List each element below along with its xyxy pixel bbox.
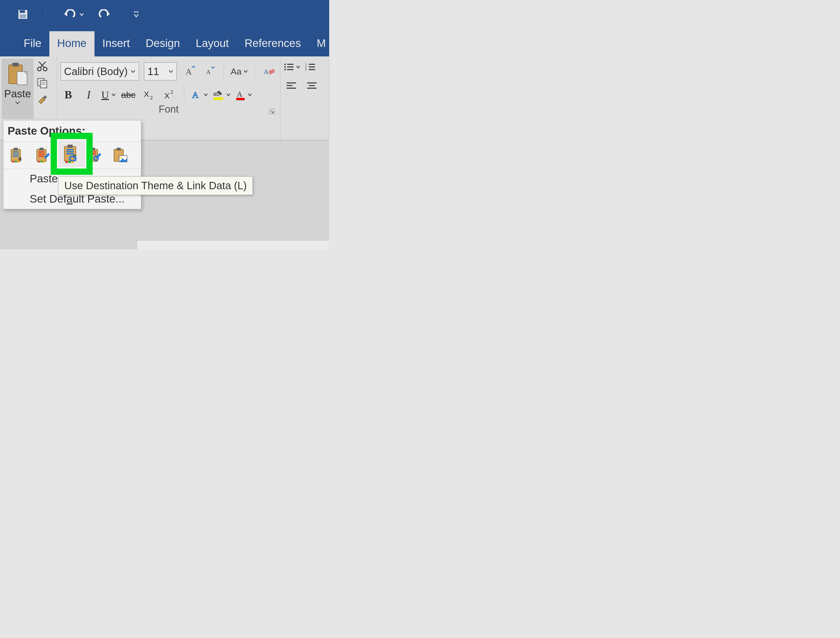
font-color-button[interactable]: A	[235, 89, 252, 101]
svg-rect-44	[287, 85, 292, 86]
bold-button[interactable]: B	[60, 87, 76, 103]
underline-icon: U	[101, 89, 109, 101]
svg-rect-64	[40, 161, 43, 163]
highlight-color-button[interactable]: ab	[213, 89, 231, 101]
document-page[interactable]	[136, 240, 329, 250]
svg-rect-57	[17, 161, 19, 163]
paste-as-picture[interactable]	[110, 145, 131, 165]
svg-rect-82	[71, 161, 74, 163]
paragraph-group: 1 2 3	[280, 57, 329, 140]
tab-layout[interactable]: Layout	[188, 31, 237, 57]
shrink-font-button[interactable]: A	[202, 63, 217, 79]
chevron-down-icon	[204, 93, 208, 96]
svg-text:X: X	[144, 90, 149, 98]
svg-text:A: A	[264, 68, 268, 76]
font-family-value: Calibri (Body)	[64, 66, 128, 77]
scissors-icon	[36, 60, 48, 72]
bullets-button[interactable]	[284, 62, 300, 72]
format-painter-button[interactable]	[36, 94, 48, 106]
subscript-icon: X 2	[143, 90, 155, 100]
italic-button[interactable]: I	[81, 87, 96, 103]
customize-qat-button[interactable]	[133, 11, 139, 18]
chevron-down-icon	[296, 65, 300, 68]
font-group-label: Font	[60, 103, 277, 117]
chevron-down-icon	[131, 70, 136, 73]
tab-references[interactable]: References	[237, 31, 309, 57]
chevron-down-icon	[248, 93, 252, 96]
svg-rect-80	[65, 161, 68, 163]
svg-rect-59	[39, 148, 44, 150]
svg-point-35	[284, 69, 286, 70]
svg-rect-53	[13, 156, 19, 157]
copy-button[interactable]	[36, 77, 48, 89]
ribbon-tabs: File Home Insert Design Layout Reference…	[0, 29, 329, 57]
clear-formatting-button[interactable]: A	[262, 63, 277, 79]
separator	[224, 63, 224, 79]
font-size-combo[interactable]: 11	[144, 62, 177, 81]
change-case-label: Aa	[231, 66, 242, 77]
tab-insert[interactable]: Insert	[95, 31, 138, 57]
numbering-button[interactable]: 1 2 3	[305, 62, 316, 72]
font-family-combo[interactable]: Calibri (Body)	[60, 62, 139, 81]
svg-rect-60	[38, 152, 45, 153]
paste-use-destination-styles[interactable]	[33, 145, 53, 165]
save-icon	[17, 9, 28, 20]
svg-rect-46	[307, 82, 317, 84]
svg-rect-75	[68, 145, 73, 148]
svg-rect-2	[20, 10, 25, 13]
clipboard-picture-icon	[112, 147, 129, 164]
save-button[interactable]	[17, 9, 28, 20]
dialog-launcher-icon	[269, 109, 275, 114]
subscript-button[interactable]: X 2	[141, 87, 157, 103]
align-left-icon	[286, 81, 297, 90]
tab-file[interactable]: File	[16, 31, 49, 57]
tab-home[interactable]: Home	[49, 31, 95, 57]
quick-access-toolbar	[0, 0, 329, 29]
svg-text:A: A	[192, 90, 199, 100]
cut-button[interactable]	[36, 60, 48, 72]
strikethrough-button[interactable]: abc	[120, 87, 136, 103]
svg-rect-42	[309, 69, 315, 70]
align-center-button[interactable]	[304, 78, 320, 94]
svg-rect-81	[68, 161, 71, 163]
superscript-button[interactable]: X 2	[161, 87, 177, 103]
svg-rect-51	[13, 152, 19, 153]
paste-dropdown-arrow[interactable]	[15, 101, 21, 104]
tab-design[interactable]: Design	[138, 31, 188, 57]
underline-button[interactable]: U	[101, 89, 116, 101]
paste-split-button[interactable]: Paste	[2, 58, 33, 119]
copy-icon	[36, 77, 48, 89]
svg-rect-52	[13, 153, 19, 155]
eraser-icon: A	[263, 66, 276, 77]
tutorial-highlight: a	[51, 133, 93, 175]
font-dialog-launcher[interactable]	[269, 109, 275, 114]
svg-text:3: 3	[305, 68, 306, 71]
align-left-button[interactable]	[284, 78, 299, 94]
grow-font-button[interactable]: A	[182, 63, 197, 79]
svg-rect-61	[38, 153, 45, 155]
paste-keep-source-formatting[interactable]: a	[7, 145, 28, 165]
svg-rect-38	[309, 64, 315, 65]
chevron-down-icon	[169, 70, 173, 73]
paste-link-dest-theme-highlighted[interactable]: a	[57, 139, 86, 169]
clipboard-link-dest-theme-icon: a	[61, 143, 82, 164]
bullets-icon	[284, 62, 294, 72]
tab-mailings-partial[interactable]: M	[309, 31, 329, 57]
text-effects-button[interactable]: A	[191, 90, 208, 100]
svg-rect-40	[309, 66, 315, 68]
highlight-icon: ab	[213, 89, 224, 101]
redo-button[interactable]	[98, 9, 111, 20]
svg-rect-48	[307, 88, 317, 89]
svg-rect-47	[309, 85, 315, 86]
svg-rect-71	[117, 148, 121, 150]
svg-point-31	[284, 63, 286, 65]
chevron-down-icon	[112, 93, 116, 96]
undo-button[interactable]	[63, 9, 84, 20]
svg-text:A: A	[237, 90, 243, 98]
svg-point-33	[284, 66, 286, 68]
italic-icon: I	[87, 88, 90, 101]
change-case-button[interactable]: Aa	[231, 66, 248, 77]
superscript-icon: X 2	[163, 90, 175, 100]
svg-rect-27	[214, 97, 223, 100]
svg-text:A: A	[186, 67, 192, 76]
